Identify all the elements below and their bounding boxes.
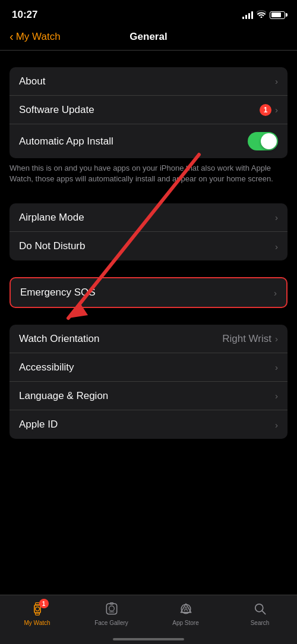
watch-orientation-label: Watch Orientation [19,333,222,345]
wifi-icon [257,10,266,20]
settings-group-3: Watch Orientation Right Wrist › Accessib… [10,325,287,439]
my-watch-tab-label: My Watch [24,620,50,626]
settings-group-2: Airplane Mode › Do Not Disturb › [10,203,287,260]
software-update-badge: 1 [260,104,271,116]
about-chevron-icon: › [275,76,278,86]
airplane-mode-row[interactable]: Airplane Mode › [10,203,287,232]
watch-orientation-chevron-icon: › [275,334,278,344]
bar2 [245,15,247,19]
spacer-2 [0,187,297,203]
search-icon [252,601,268,617]
do-not-disturb-row[interactable]: Do Not Disturb › [10,232,287,260]
app-store-icon-wrapper: A [177,600,195,618]
about-row[interactable]: About › [10,67,287,96]
accessibility-label: Accessibility [19,362,275,373]
svg-rect-6 [106,604,116,614]
svg-point-7 [109,606,114,611]
about-label: About [19,76,275,87]
status-bar: 10:27 [0,0,297,26]
software-update-row[interactable]: Software Update 1 › [10,96,287,124]
do-not-disturb-label: Do Not Disturb [19,240,275,252]
tab-my-watch[interactable]: 1 My Watch [0,600,74,626]
about-right: › [275,76,278,86]
spacer-4 [0,308,297,325]
language-region-row[interactable]: Language & Region › [10,382,287,410]
svg-line-13 [262,611,265,614]
language-region-label: Language & Region [19,390,275,402]
page-title: General [129,31,167,43]
face-gallery-tab-label: Face Gallery [94,620,128,626]
status-time: 10:27 [12,9,37,21]
spacer-1 [0,51,297,67]
software-update-label: Software Update [19,104,260,116]
battery-icon [270,11,285,19]
tab-face-gallery[interactable]: Face Gallery [74,600,148,626]
watch-orientation-right: Right Wrist › [222,333,278,345]
airplane-mode-chevron-icon: › [275,212,278,222]
app-store-tab-label: App Store [172,620,198,626]
apple-id-right: › [275,420,278,430]
airplane-mode-right: › [275,212,278,222]
face-gallery-icon-wrapper [103,600,121,618]
svg-point-12 [255,604,263,612]
auto-app-install-right [248,132,278,150]
software-update-chevron-icon: › [275,105,278,115]
search-tab-label: Search [251,620,270,626]
back-label: My Watch [16,31,61,43]
emergency-sos-right: › [274,288,277,298]
emergency-sos-group: Emergency SOS › [10,277,287,308]
back-chevron-icon: ‹ [10,30,14,43]
apple-id-row[interactable]: Apple ID › [10,410,287,439]
battery-fill [271,12,282,17]
watch-orientation-row[interactable]: Watch Orientation Right Wrist › [10,325,287,353]
accessibility-row[interactable]: Accessibility › [10,353,287,382]
signal-bars-icon [242,11,253,19]
apple-id-chevron-icon: › [275,420,278,430]
back-button[interactable]: ‹ My Watch [10,30,61,43]
svg-point-3 [35,607,39,611]
auto-app-description: When this is on and you have apps on you… [0,158,297,187]
accessibility-chevron-icon: › [275,362,278,372]
airplane-mode-label: Airplane Mode [19,212,275,224]
apple-id-label: Apple ID [19,419,275,431]
emergency-sos-chevron-icon: › [274,288,277,298]
do-not-disturb-right: › [275,241,278,252]
do-not-disturb-chevron-icon: › [275,241,278,252]
bar1 [242,17,244,19]
app-store-icon: A [178,601,194,617]
my-watch-icon-wrapper: 1 [29,600,46,618]
settings-group-1: About › Software Update 1 › Automatic Ap… [10,67,287,158]
auto-app-install-label: Automatic App Install [19,136,248,147]
spacer-3 [0,260,297,277]
language-region-right: › [275,391,278,401]
emergency-sos-row[interactable]: Emergency SOS › [11,278,286,307]
emergency-sos-label: Emergency SOS [20,287,274,299]
status-icons [242,10,285,20]
toggle-knob [261,133,277,149]
software-update-right: 1 › [260,104,278,116]
auto-app-install-toggle[interactable] [248,132,278,150]
accessibility-right: › [275,362,278,372]
watch-orientation-value: Right Wrist [222,333,271,345]
bar4 [251,11,253,19]
home-indicator [113,638,184,640]
auto-app-install-row[interactable]: Automatic App Install [10,124,287,158]
bar3 [248,13,250,19]
face-gallery-icon [104,601,119,617]
search-icon-wrapper [251,600,269,618]
language-region-chevron-icon: › [275,391,278,401]
tab-search[interactable]: Search [223,600,297,626]
tab-bar: 1 My Watch Face Gallery A App Store [0,595,297,644]
my-watch-badge: 1 [39,599,49,608]
tab-app-store[interactable]: A App Store [148,600,223,626]
nav-header: ‹ My Watch General [0,26,297,50]
svg-text:A: A [184,606,188,612]
settings-content: About › Software Update 1 › Automatic Ap… [0,51,297,586]
spacer-5 [0,439,297,455]
